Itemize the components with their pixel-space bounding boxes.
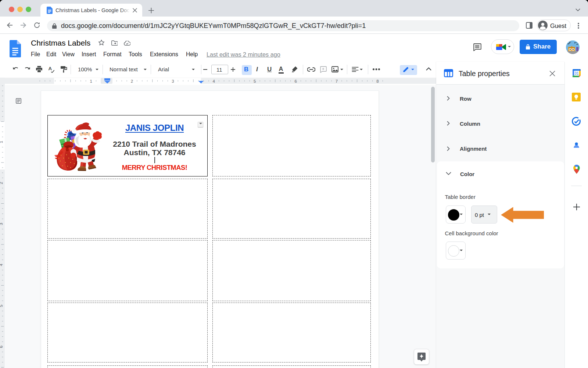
- svg-text:5: 5: [254, 79, 256, 83]
- svg-text:3: 3: [0, 223, 3, 225]
- svg-text:8: 8: [376, 79, 379, 83]
- svg-text:31: 31: [574, 71, 579, 75]
- svg-text:3: 3: [172, 79, 174, 83]
- svg-text:1: 1: [90, 79, 92, 83]
- svg-text:4: 4: [0, 264, 3, 266]
- svg-text:5: 5: [0, 305, 3, 307]
- svg-text:A: A: [48, 66, 52, 71]
- svg-text:2: 2: [131, 79, 133, 83]
- svg-text:2: 2: [0, 182, 3, 184]
- svg-text:4: 4: [213, 79, 215, 83]
- svg-text:1: 1: [0, 141, 3, 143]
- svg-text:6: 6: [0, 346, 3, 348]
- svg-text:6: 6: [294, 79, 297, 83]
- svg-text:7: 7: [336, 79, 338, 83]
